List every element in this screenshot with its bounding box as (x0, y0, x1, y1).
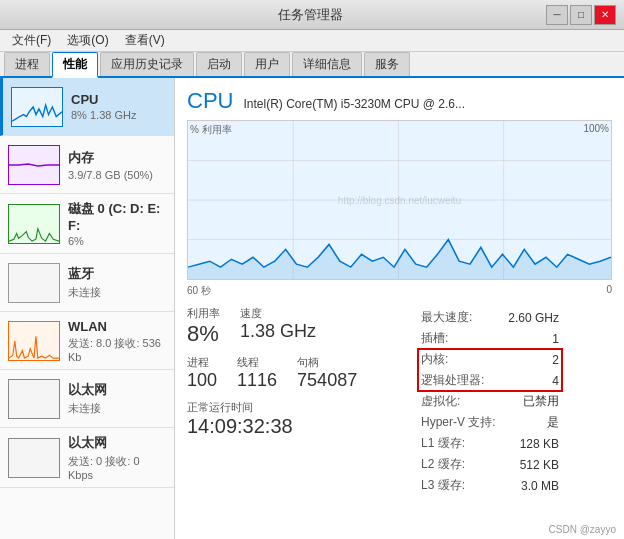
ethernet1-name: 以太网 (68, 381, 166, 399)
chart-time-labels: 60 秒 0 (187, 284, 612, 298)
cpu-mini-chart (11, 87, 63, 127)
wlan-desc: 发送: 8.0 接收: 536 Kb (68, 336, 166, 363)
cores-value: 2 (501, 350, 561, 369)
hyperv-row: Hyper-V 支持: 是 (419, 413, 561, 432)
ethernet2-desc: 发送: 0 接收: 0 Kbps (68, 454, 166, 481)
handles-stat: 句柄 754087 (297, 355, 357, 392)
menu-view[interactable]: 查看(V) (117, 30, 173, 51)
hyperv-label: Hyper-V 支持: (419, 413, 499, 432)
virtualization-label: 虚拟化: (419, 392, 499, 411)
wlan-mini-chart (8, 321, 60, 361)
tab-performance[interactable]: 性能 (52, 52, 98, 78)
sidebar-item-ethernet1[interactable]: 以太网 未连接 (0, 370, 174, 428)
close-button[interactable]: ✕ (594, 5, 616, 25)
menu-options[interactable]: 选项(O) (59, 30, 116, 51)
memory-mini-chart (8, 145, 60, 185)
main-content: CPU 8% 1.38 GHz 内存 3.9/7.8 GB (50%) (0, 78, 624, 539)
tab-services[interactable]: 服务 (364, 52, 410, 76)
wlan-info: WLAN 发送: 8.0 接收: 536 Kb (68, 319, 166, 363)
usage-label: 利用率 (187, 306, 220, 321)
sidebar-item-cpu[interactable]: CPU 8% 1.38 GHz (0, 78, 174, 136)
l1-value: 128 KB (501, 434, 561, 453)
chart-time-start: 60 秒 (187, 284, 211, 298)
uptime-label: 正常运行时间 (187, 400, 417, 415)
stats-section: 利用率 8% 速度 1.38 GHz 进程 100 线程 111 (187, 306, 612, 497)
cpu-chart: % 利用率 100% http://blog.csdn.net/lucweitu (187, 120, 612, 280)
csdn-credit: CSDN @zayyo (549, 524, 616, 535)
memory-name: 内存 (68, 149, 166, 167)
memory-info: 内存 3.9/7.8 GB (50%) (68, 149, 166, 181)
l2-value: 512 KB (501, 455, 561, 474)
ethernet2-info: 以太网 发送: 0 接收: 0 Kbps (68, 434, 166, 481)
disk-mini-chart (8, 204, 60, 244)
speed-label: 速度 (240, 306, 316, 321)
bluetooth-mini-chart (8, 263, 60, 303)
l3-label: L3 缓存: (419, 476, 499, 495)
speed-value: 1.38 GHz (240, 321, 316, 343)
threads-value: 1116 (237, 370, 277, 392)
uptime-stat: 正常运行时间 14:09:32:38 (187, 400, 417, 438)
max-speed-value: 2.60 GHz (501, 308, 561, 327)
ethernet1-mini-chart (8, 379, 60, 419)
sidebar-item-bluetooth[interactable]: 蓝牙 未连接 (0, 254, 174, 312)
chart-watermark: http://blog.csdn.net/lucweitu (338, 195, 461, 206)
slots-label: 插槽: (419, 329, 499, 348)
process-thread-row: 进程 100 线程 1116 句柄 754087 (187, 355, 417, 392)
virtualization-row: 虚拟化: 已禁用 (419, 392, 561, 411)
cpu-desc: 8% 1.38 GHz (71, 109, 166, 121)
disk-name: 磁盘 0 (C: D: E: F: (68, 200, 166, 233)
sidebar-item-memory[interactable]: 内存 3.9/7.8 GB (50%) (0, 136, 174, 194)
l2-row: L2 缓存: 512 KB (419, 455, 561, 474)
wlan-name: WLAN (68, 319, 166, 334)
sidebar-item-wlan[interactable]: WLAN 发送: 8.0 接收: 536 Kb (0, 312, 174, 370)
window-title: 任务管理器 (74, 6, 546, 24)
logical-row: 逻辑处理器: 4 (419, 371, 561, 390)
cpu-panel-title: CPU (187, 88, 233, 114)
tab-details[interactable]: 详细信息 (292, 52, 362, 76)
cores-row: 内核: 2 (419, 350, 561, 369)
hyperv-value: 是 (501, 413, 561, 432)
slots-row: 插槽: 1 (419, 329, 561, 348)
ethernet2-mini-chart (8, 438, 60, 478)
processes-value: 100 (187, 370, 217, 392)
ethernet1-info: 以太网 未连接 (68, 381, 166, 416)
cpu-header: CPU Intel(R) Core(TM) i5-3230M CPU @ 2.6… (187, 88, 612, 114)
speed-stat: 速度 1.38 GHz (240, 306, 316, 347)
threads-stat: 线程 1116 (237, 355, 277, 392)
minimize-button[interactable]: ─ (546, 5, 568, 25)
tab-bar: 进程 性能 应用历史记录 启动 用户 详细信息 服务 (0, 52, 624, 78)
cpu-info-table: 最大速度: 2.60 GHz 插槽: 1 内核: 2 逻辑处理器: 4 (417, 306, 563, 497)
cpu-name: CPU (71, 92, 166, 107)
bluetooth-desc: 未连接 (68, 285, 166, 300)
usage-stat: 利用率 8% (187, 306, 220, 347)
window-controls: ─ □ ✕ (546, 5, 616, 25)
menu-bar: 文件(F) 选项(O) 查看(V) (0, 30, 624, 52)
tab-startup[interactable]: 启动 (196, 52, 242, 76)
memory-desc: 3.9/7.8 GB (50%) (68, 169, 166, 181)
maximize-button[interactable]: □ (570, 5, 592, 25)
menu-file[interactable]: 文件(F) (4, 30, 59, 51)
bluetooth-name: 蓝牙 (68, 265, 166, 283)
tab-app-history[interactable]: 应用历史记录 (100, 52, 194, 76)
tab-users[interactable]: 用户 (244, 52, 290, 76)
handles-value: 754087 (297, 370, 357, 392)
sidebar: CPU 8% 1.38 GHz 内存 3.9/7.8 GB (50%) (0, 78, 175, 539)
ethernet1-desc: 未连接 (68, 401, 166, 416)
cpu-model: Intel(R) Core(TM) i5-3230M CPU @ 2.6... (243, 97, 465, 111)
processes-label: 进程 (187, 355, 217, 370)
title-bar: 任务管理器 ─ □ ✕ (0, 0, 624, 30)
max-speed-label: 最大速度: (419, 308, 499, 327)
usage-value: 8% (187, 321, 220, 347)
disk-info: 磁盘 0 (C: D: E: F: 6% (68, 200, 166, 247)
tab-processes[interactable]: 进程 (4, 52, 50, 76)
ethernet2-name: 以太网 (68, 434, 166, 452)
max-speed-row: 最大速度: 2.60 GHz (419, 308, 561, 327)
processes-stat: 进程 100 (187, 355, 217, 392)
slots-value: 1 (501, 329, 561, 348)
sidebar-item-disk[interactable]: 磁盘 0 (C: D: E: F: 6% (0, 194, 174, 254)
right-info: 最大速度: 2.60 GHz 插槽: 1 内核: 2 逻辑处理器: 4 (417, 306, 612, 497)
sidebar-item-ethernet2[interactable]: 以太网 发送: 0 接收: 0 Kbps (0, 428, 174, 488)
l1-label: L1 缓存: (419, 434, 499, 453)
disk-desc: 6% (68, 235, 166, 247)
l3-value: 3.0 MB (501, 476, 561, 495)
